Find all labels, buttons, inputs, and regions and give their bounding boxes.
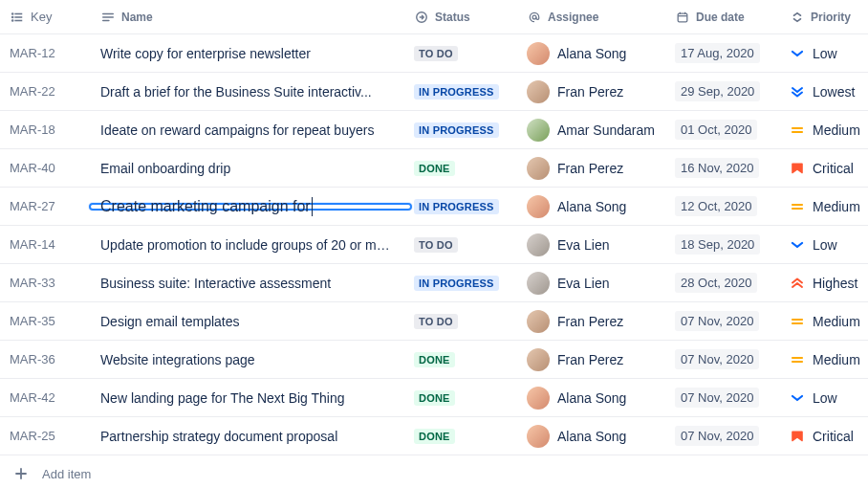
table-row[interactable]: MAR-18Ideate on reward campaigns for rep…: [0, 111, 868, 149]
table-row[interactable]: MAR-33Business suite: Interactive assess…: [0, 264, 868, 302]
table-row[interactable]: MAR-12Write copy for enterprise newslett…: [0, 34, 868, 73]
add-item-label: Add item: [42, 467, 91, 481]
date-chip: 07 Nov, 2020: [675, 388, 759, 408]
status-cell[interactable]: IN PROGRESS: [404, 122, 517, 138]
status-cell[interactable]: TO DO: [404, 46, 517, 61]
priority-cell[interactable]: Critical: [780, 429, 868, 444]
column-header-key[interactable]: Key: [0, 10, 91, 25]
add-item-button[interactable]: Add item: [0, 455, 868, 488]
issue-name-cell[interactable]: New landing page for The Next Big Thing: [91, 390, 404, 406]
date-chip: 01 Oct, 2020: [675, 120, 757, 140]
due-date-cell[interactable]: 29 Sep, 2020: [665, 81, 780, 101]
table-row[interactable]: MAR-35Design email templatesTO DOFran Pe…: [0, 302, 868, 341]
table-row[interactable]: MAR-42New landing page for The Next Big …: [0, 379, 868, 417]
issue-name: Ideate on reward campaigns for repeat bu…: [100, 122, 374, 138]
table-row[interactable]: MAR-40Email onboarding dripDONEFran Pere…: [0, 149, 868, 188]
svg-point-4: [12, 16, 13, 17]
issue-key[interactable]: MAR-25: [0, 429, 91, 443]
assignee-cell[interactable]: Fran Perez: [517, 157, 665, 180]
issue-key[interactable]: MAR-42: [0, 390, 91, 405]
status-cell[interactable]: IN PROGRESS: [404, 199, 517, 214]
assignee-cell[interactable]: Alana Song: [517, 195, 665, 218]
priority-label: Medium: [813, 199, 860, 214]
due-date-cell[interactable]: 12 Oct, 2020: [665, 196, 780, 216]
assignee-cell[interactable]: Eva Lien: [517, 233, 665, 256]
table-row[interactable]: MAR-25Partnership strategy document prop…: [0, 417, 868, 455]
status-cell[interactable]: TO DO: [404, 314, 517, 329]
priority-cell[interactable]: Lowest: [780, 84, 868, 100]
priority-cell[interactable]: Medium: [780, 199, 868, 214]
issue-name-cell[interactable]: Email onboarding drip: [91, 161, 404, 176]
assignee-cell[interactable]: Alana Song: [517, 425, 665, 448]
assignee-cell[interactable]: Fran Perez: [517, 348, 665, 371]
priority-critical-icon: [790, 161, 805, 176]
priority-cell[interactable]: Medium: [780, 314, 868, 329]
assignee-name: Alana Song: [557, 46, 626, 61]
priority-cell[interactable]: Medium: [780, 122, 868, 138]
issue-key[interactable]: MAR-33: [0, 276, 91, 290]
priority-cell[interactable]: Low: [780, 237, 868, 253]
column-header-due[interactable]: Due date: [665, 10, 780, 25]
date-chip: 07 Nov, 2020: [675, 349, 759, 369]
plus-icon: [13, 466, 29, 481]
issue-key[interactable]: MAR-18: [0, 122, 91, 137]
due-date-cell[interactable]: 07 Nov, 2020: [665, 388, 780, 408]
status-cell[interactable]: DONE: [404, 390, 517, 406]
issue-key[interactable]: MAR-40: [0, 161, 91, 175]
issue-name-cell[interactable]: Business suite: Interactive assessment: [91, 276, 404, 291]
status-cell[interactable]: DONE: [404, 161, 517, 176]
due-date-cell[interactable]: 17 Aug, 2020: [665, 43, 780, 63]
issue-key[interactable]: MAR-36: [0, 352, 91, 366]
status-cell[interactable]: DONE: [404, 429, 517, 444]
priority-cell[interactable]: Medium: [780, 352, 868, 367]
issue-name: Partnership strategy document proposal: [100, 429, 337, 444]
priority-cell[interactable]: Critical: [780, 161, 868, 176]
name-input[interactable]: Create marketing campaign for: [100, 198, 311, 215]
table-row[interactable]: MAR-22Draft a brief for the Business Sui…: [0, 73, 868, 111]
assignee-cell[interactable]: Alana Song: [517, 42, 665, 65]
date-chip: 12 Oct, 2020: [675, 196, 757, 216]
issue-key[interactable]: MAR-27: [0, 199, 91, 213]
due-date-cell[interactable]: 01 Oct, 2020: [665, 120, 780, 140]
table-row[interactable]: MAR-36Website integrations pageDONEFran …: [0, 341, 868, 379]
date-chip: 29 Sep, 2020: [675, 81, 760, 101]
priority-cell[interactable]: Highest: [780, 276, 868, 291]
table-row[interactable]: MAR-27Create marketing campaign forIN PR…: [0, 188, 868, 226]
assignee-cell[interactable]: Fran Perez: [517, 80, 665, 103]
due-date-cell[interactable]: 07 Nov, 2020: [665, 311, 780, 331]
issue-name-cell[interactable]: Design email templates: [91, 314, 404, 329]
assignee-name: Amar Sundaram: [557, 122, 655, 138]
status-cell[interactable]: IN PROGRESS: [404, 276, 517, 291]
issue-name-cell[interactable]: Update promotion to include groups of 20…: [91, 237, 404, 253]
due-date-cell[interactable]: 18 Sep, 2020: [665, 234, 780, 255]
priority-cell[interactable]: Low: [780, 390, 868, 406]
assignee-cell[interactable]: Eva Lien: [517, 272, 665, 295]
assignee-cell[interactable]: Alana Song: [517, 387, 665, 410]
status-cell[interactable]: DONE: [404, 352, 517, 367]
issue-key[interactable]: MAR-35: [0, 314, 91, 328]
issue-name-cell[interactable]: Partnership strategy document proposal: [91, 429, 404, 444]
assignee-cell[interactable]: Amar Sundaram: [517, 119, 665, 142]
issue-name: Website integrations page: [100, 352, 255, 367]
due-date-cell[interactable]: 16 Nov, 2020: [665, 158, 780, 178]
issue-name-cell[interactable]: Draft a brief for the Business Suite int…: [91, 84, 404, 100]
due-date-cell[interactable]: 07 Nov, 2020: [665, 349, 780, 369]
status-cell[interactable]: TO DO: [404, 237, 517, 253]
status-cell[interactable]: IN PROGRESS: [404, 84, 517, 100]
issue-name-cell[interactable]: Website integrations page: [91, 352, 404, 367]
due-date-cell[interactable]: 28 Oct, 2020: [665, 273, 780, 293]
status-badge: TO DO: [414, 237, 458, 253]
issue-key[interactable]: MAR-22: [0, 84, 91, 99]
issue-key[interactable]: MAR-12: [0, 46, 91, 60]
priority-cell[interactable]: Low: [780, 46, 868, 61]
column-header-priority[interactable]: Priority: [780, 10, 868, 25]
column-header-name[interactable]: Name: [91, 10, 404, 25]
issue-key[interactable]: MAR-14: [0, 237, 91, 252]
issue-name-cell[interactable]: Write copy for enterprise newsletter: [91, 46, 404, 61]
column-header-assignee[interactable]: Assignee: [517, 10, 665, 25]
table-row[interactable]: MAR-14Update promotion to include groups…: [0, 226, 868, 264]
assignee-cell[interactable]: Fran Perez: [517, 310, 665, 333]
column-header-status[interactable]: Status: [404, 10, 517, 25]
due-date-cell[interactable]: 07 Nov, 2020: [665, 426, 780, 446]
issue-name-cell[interactable]: Ideate on reward campaigns for repeat bu…: [91, 122, 404, 138]
